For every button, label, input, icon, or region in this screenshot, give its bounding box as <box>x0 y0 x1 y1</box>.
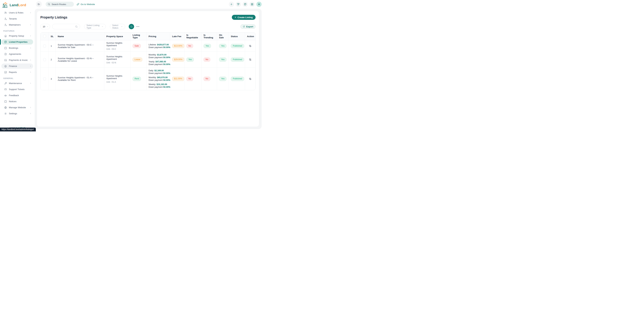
browser-status-url: https://landlord.test/admin/listings# <box>0 128 36 131</box>
go-to-website-link[interactable]: Go to Website <box>76 3 95 6</box>
action-cell <box>245 67 256 90</box>
theme-customize-button[interactable] <box>236 2 241 7</box>
property-space-unit: Unit - 03-C <box>106 48 116 50</box>
sidebar-item-feedback[interactable]: Feedback <box>1 93 33 98</box>
external-link-icon <box>243 25 245 28</box>
sidebar-item-manage-website[interactable]: Manage Website <box>1 105 33 110</box>
create-listing-button[interactable]: + Create Listing <box>232 15 256 20</box>
price-value: 50.00% <box>163 79 170 81</box>
hamburger-icon <box>37 2 40 6</box>
listing-name-cell: Sunrise Heights Apartment - 01-A – Avail… <box>56 67 104 90</box>
quick-add-button[interactable] <box>229 2 234 7</box>
plus-icon: + <box>235 16 236 19</box>
table-search[interactable] <box>52 24 80 29</box>
apps-grid-button[interactable] <box>250 2 255 7</box>
avatar[interactable]: A <box>256 2 262 7</box>
status-select[interactable]: Select Status <box>110 24 125 29</box>
sidebar-item-finance[interactable]: Finance <box>1 63 33 69</box>
status-badge: Published <box>231 44 244 48</box>
row-checkbox[interactable] <box>43 44 46 47</box>
sidebar-item-bookings[interactable]: Bookings <box>1 45 33 51</box>
sidebar-toggle-button[interactable] <box>36 1 42 7</box>
row-actions-button[interactable] <box>249 44 252 47</box>
sidebar-item-payments-invoices[interactable]: Payments & Invoices <box>1 57 33 63</box>
price-group: Yearly: $47,085.00Down payment 50.00% <box>148 60 170 66</box>
brand-logo[interactable]: LandLord <box>0 0 34 10</box>
sidebar-item-maintainers[interactable]: Maintainers <box>1 22 33 27</box>
price-label: Weekly: <box>148 83 156 85</box>
listing-type-cell: Lease <box>130 52 146 67</box>
sidebar-item-reports[interactable]: Reports <box>1 70 33 75</box>
crown-icon <box>4 94 7 97</box>
apply-search-button[interactable] <box>129 24 134 29</box>
gear-icon <box>4 112 7 115</box>
sidebar-item-agreements[interactable]: Agreements <box>1 51 33 57</box>
plus-icon <box>230 3 233 6</box>
row-actions-button[interactable] <box>249 58 252 61</box>
sidebar-item-maintenance[interactable]: Maintenance <box>1 81 33 86</box>
search-icon <box>48 3 50 5</box>
route-search-input[interactable] <box>52 3 70 5</box>
filters-bar: 10 Select Listing Type Select Status <box>40 24 256 29</box>
sidebar-item-settings[interactable]: Settings <box>1 111 33 116</box>
sidebar-item-label: Reports <box>9 71 28 73</box>
globe-icon <box>4 106 7 109</box>
sidebar-item-tenants[interactable]: Tenants <box>1 16 33 21</box>
on-sale-cell: Yes <box>217 52 229 67</box>
listing-type-cell: Rent <box>130 67 146 90</box>
chevron-right-icon <box>30 47 32 49</box>
price-line: Weekly: $15,183.00 <box>148 83 170 86</box>
column-header-is-negotiable: Is Negotiable <box>184 32 202 40</box>
sidebar-item-notices[interactable]: Notices <box>1 99 33 104</box>
price-value: $3,870.00 <box>157 54 166 56</box>
sl-cell: 2 <box>48 52 56 67</box>
invoice-icon <box>4 59 7 62</box>
price-label: Lifetime: <box>148 43 156 46</box>
column-header-listing-type: Listing Type <box>130 32 146 40</box>
sidebar-item-label: Settings <box>9 112 28 115</box>
row-actions-button[interactable] <box>249 77 252 80</box>
listing-type-select[interactable]: Select Listing Type <box>84 24 106 29</box>
is-trending-badge: Yes <box>204 44 211 48</box>
price-line: Down payment 50.00% <box>148 56 170 59</box>
route-search[interactable] <box>46 2 74 7</box>
chevron-right-icon <box>30 82 32 84</box>
listing-type-cell: Sale <box>130 40 146 52</box>
listings-shortcut-button[interactable] <box>242 2 248 7</box>
late-fee-cell: $11.00% <box>170 67 184 90</box>
select-all-checkbox[interactable] <box>43 35 46 38</box>
chevron-down-icon <box>102 25 104 27</box>
maintainer-icon <box>4 23 7 26</box>
sliders-icon <box>249 77 252 80</box>
sidebar-item-label: Tenants <box>9 17 32 20</box>
sidebar-item-property-setup[interactable]: Property Setup <box>1 33 33 38</box>
sidebar-item-label: Maintenance <box>9 82 28 84</box>
sidebar-item-support-tickets[interactable]: Support Tickets <box>1 87 33 92</box>
row-checkbox[interactable] <box>43 77 46 80</box>
sidebar-item-users-roles[interactable]: Users & Roles <box>1 10 33 15</box>
status-badge: Published <box>231 57 244 62</box>
filecheck-icon <box>4 53 7 56</box>
sl-cell: 1 <box>48 40 56 52</box>
topbar-actions: A <box>229 2 262 7</box>
per-page-select[interactable]: 10 <box>40 24 50 29</box>
sidebar-item-listed-properties[interactable]: Listed Properties <box>1 39 33 44</box>
home-icon <box>4 34 7 37</box>
price-group: Lifetime: $429,877.00Down payment 50.00% <box>148 43 170 49</box>
price-value: 50.00% <box>163 56 170 59</box>
price-label: Down payment <box>148 56 162 59</box>
late-fee-cell: $13.00% <box>170 40 184 52</box>
row-checkbox[interactable] <box>43 58 46 61</box>
table-search-input[interactable] <box>54 25 73 28</box>
export-button[interactable]: Export <box>240 24 256 29</box>
sidebar-item-label: Maintainers <box>9 23 28 26</box>
clipboard-icon <box>4 40 7 43</box>
property-space-unit: Unit - 01-A <box>106 81 116 83</box>
chevron-right-icon <box>30 113 32 114</box>
chevron-down-icon <box>121 25 123 27</box>
sidebar-nav: Users & RolesTenantsMaintainersFEATURESP… <box>0 10 34 116</box>
more-filters-button[interactable] <box>136 25 140 28</box>
sidebar-item-label: Payments & Invoices <box>9 59 28 61</box>
sidebar-item-label: Support Tickets <box>9 88 32 91</box>
nav-section-heading: FEATURES <box>3 30 33 32</box>
